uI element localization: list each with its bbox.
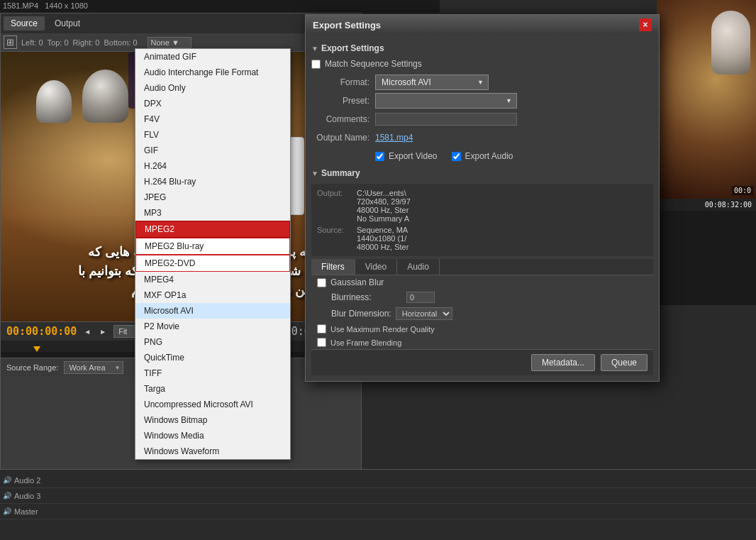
playhead-marker [33,346,40,352]
gaussian-blur-row: Gaussian Blur [311,275,653,290]
export-audio-checkbox[interactable] [452,152,461,161]
source-range-dropdown[interactable]: Work Area [64,361,123,374]
dropdown-item-mpeg2-blu-ray[interactable]: MPEG2 Blu-ray [135,238,290,255]
dropdown-item-h.264-blu-ray[interactable]: H.264 Blu-ray [135,174,290,189]
dropdown-item-quicktime[interactable]: QuickTime [135,350,290,365]
output-name-control: 1581.mp4 [375,133,653,143]
dropdown-item-gif[interactable]: GIF [135,143,290,158]
metadata-button[interactable]: Metadata... [531,354,595,371]
use-max-quality-label: Use Maximum Render Quality [330,325,435,334]
dropdown-item-targa[interactable]: Targa [135,381,290,397]
next-frame-btn[interactable]: ► [98,326,108,337]
audio2-label: Audio 2 [14,476,40,485]
master-icon: 🔊 [3,507,11,515]
dropdown-item-animated-gif[interactable]: Animated GIF [135,49,290,65]
preset-dropdown-wrap [375,93,517,109]
source-range-label: Source Range: [6,363,58,372]
dropdown-item-jpeg[interactable]: JPEG [135,189,290,205]
dialog-close-button[interactable]: × [639,18,652,31]
resolution-display: 1440 x 1080 [40,1,88,10]
export-settings-dialog: Export Settings × ▼ Export Settings Matc… [305,14,660,382]
bottom-label: Bottom: 0 [104,38,137,47]
top-label: Top: 0 [48,38,69,47]
dropdown-item-p2-movie[interactable]: P2 Movie [135,319,290,334]
export-video-row: Export Video [375,150,438,162]
dropdown-item-mpeg4[interactable]: MPEG4 [135,272,290,287]
audio3-label: Audio 3 [14,492,40,500]
summary-section-header: ▼ Summary [311,165,653,181]
dropdown-item-flv[interactable]: FLV [135,127,290,143]
dropdown-item-png[interactable]: PNG [135,334,290,350]
output-key: Output: [317,189,352,223]
output-name-link[interactable]: 1581.mp4 [375,133,413,143]
summary-section-title: Summary [321,168,360,178]
output-name-row: Output Name: 1581.mp4 [311,130,653,145]
none-dropdown[interactable]: None ▼ [148,37,191,48]
bottom-buttons: Metadata... Queue [311,349,653,375]
blur-dimension-row: Blur Dimension: Horizontal [311,305,653,322]
summary-toggle-icon[interactable]: ▼ [311,170,318,177]
section-toggle-icon[interactable]: ▼ [311,45,318,53]
dropdown-item-audio-only[interactable]: Audio Only [135,80,290,96]
match-sequence-label: Match Sequence Settings [325,59,422,69]
dropdown-item-audio-interchange-file-format[interactable]: Audio Interchange File Format [135,65,290,80]
timeline-tracks: 🔊 Audio 2 🔊 Audio 3 🔊 Master [0,470,756,522]
output-val: C:\User...ents\720x480, 29/9748000 Hz, S… [357,189,411,223]
export-audio-label: Export Audio [465,151,513,161]
comments-input[interactable] [375,113,517,126]
blurriness-row: Blurriness: [311,290,653,305]
filter-tabs-bar: Filters Video Audio [311,259,653,275]
dialog-titlebar: Export Settings × [306,15,659,35]
dropdown-item-h.264[interactable]: H.264 [135,158,290,174]
format-dropdown-overlay: Animated GIFAudio Interchange File Forma… [135,48,291,460]
export-audio-row: Export Audio [452,150,513,162]
preset-dropdown[interactable] [375,93,517,109]
dropdown-item-uncompressed-microsoft-avi[interactable]: Uncompressed Microsoft AVI [135,397,290,412]
dropdown-item-windows-media[interactable]: Windows Media [135,428,290,443]
export-checkboxes: Export Video Export Audio [311,148,653,165]
tab-audio[interactable]: Audio [397,259,440,275]
format-dropdown[interactable]: Microsoft AVI [375,75,489,90]
export-video-checkbox[interactable] [375,152,384,161]
right-label: Right: 0 [73,38,100,47]
summary-source-row: Source: Sequence, MA1440x1080 (1/48000 H… [317,226,647,251]
gaussian-blur-checkbox[interactable] [317,278,326,287]
right-timecode-1: 00:0 [732,186,753,195]
dropdown-item-microsoft-avi[interactable]: Microsoft AVI [135,303,290,319]
dropdown-item-windows-bitmap[interactable]: Windows Bitmap [135,412,290,428]
audio2-icon: 🔊 [3,476,11,484]
dropdown-item-mxf-op1a[interactable]: MXF OP1a [135,287,290,303]
blur-dimension-dropdown[interactable]: Horizontal [396,307,452,320]
use-max-quality-checkbox[interactable] [317,324,326,334]
crop-icon[interactable]: ⊞ [4,35,17,49]
match-sequence-row: Match Sequence Settings [311,56,653,72]
export-video-label: Export Video [389,151,438,161]
tab-output[interactable]: Output [48,16,87,31]
dropdown-item-mpeg2[interactable]: MPEG2 [135,221,290,238]
match-sequence-checkbox[interactable] [311,60,321,69]
right-preview-panel: 00:0 00:08:32:00 [657,0,756,305]
queue-button[interactable]: Queue [601,354,647,371]
dropdown-item-mpeg2-dvd[interactable]: MPEG2-DVD [135,255,290,272]
dropdown-item-dpx[interactable]: DPX [135,96,290,111]
tab-filters[interactable]: Filters [311,259,355,275]
file-bar: 1581.MP4 1440 x 1080 [0,0,440,13]
blurriness-input[interactable] [406,292,435,303]
dropdown-item-windows-waveform[interactable]: Windows Waveform [135,443,290,459]
dropdown-item-f4v[interactable]: F4V [135,111,290,127]
track-label-audio3: 🔊 Audio 3 [3,492,60,500]
dropdown-item-tiff[interactable]: TIFF [135,365,290,381]
export-settings-section-header: ▼ Export Settings [311,40,653,56]
source-val: Sequence, MA1440x1080 (1/48000 Hz, Ster [357,226,408,251]
summary-section: Output: C:\User...ents\720x480, 29/97480… [311,184,653,256]
comments-row: Comments: [311,111,653,127]
comments-label: Comments: [311,114,375,124]
dropdown-item-mp3[interactable]: MP3 [135,205,290,221]
prev-frame-btn[interactable]: ◄ [82,326,92,337]
use-frame-blending-label: Use Frame Blending [330,338,401,347]
use-frame-blending-checkbox[interactable] [317,338,326,347]
tab-video[interactable]: Video [355,259,397,275]
right-preview-video: 00:0 [657,0,756,199]
tab-source[interactable]: Source [4,16,45,31]
preset-row: Preset: [311,93,653,109]
